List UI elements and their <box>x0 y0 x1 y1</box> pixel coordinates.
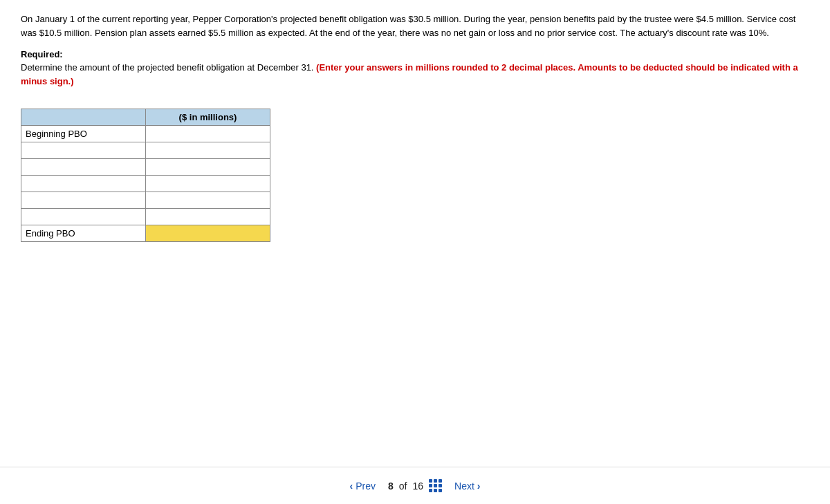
current-page: 8 <box>388 480 394 492</box>
grid-icon[interactable] <box>429 479 442 492</box>
table-row: Beginning PBO <box>21 126 270 142</box>
next-chevron-icon: › <box>477 480 481 492</box>
required-desc-plain: Determine the amount of the projected be… <box>21 62 316 73</box>
main-content: On January 1 of the current reporting ye… <box>0 0 830 299</box>
amount-col-header: ($ in millions) <box>146 109 270 126</box>
row-input-5[interactable] <box>150 212 266 222</box>
row-input-cell-2[interactable] <box>146 159 270 176</box>
prev-label: Prev <box>356 480 376 492</box>
bottom-navigation: ‹ Prev 8 of 16 Next › <box>0 467 830 504</box>
row-input-6[interactable] <box>150 228 266 239</box>
problem-text: On January 1 of the current reporting ye… <box>21 12 809 39</box>
row-input-cell-1[interactable] <box>146 142 270 159</box>
next-label: Next <box>454 480 474 492</box>
pbo-table: ($ in millions) Beginning PBOEnding PBO <box>21 109 270 242</box>
required-section: Required: Determine the amount of the pr… <box>21 49 809 88</box>
prev-button[interactable]: ‹ Prev <box>350 480 376 492</box>
label-col-header <box>21 109 146 126</box>
row-label-5 <box>21 209 146 225</box>
row-input-4[interactable] <box>150 195 266 205</box>
table-container: ($ in millions) Beginning PBOEnding PBO <box>21 109 270 242</box>
required-label: Required: <box>21 49 809 59</box>
row-input-cell-6[interactable] <box>146 225 270 242</box>
page-info: 8 of 16 <box>388 479 442 492</box>
row-input-cell-5[interactable] <box>146 209 270 225</box>
row-label-3 <box>21 176 146 192</box>
row-input-3[interactable] <box>150 178 266 189</box>
row-label-2 <box>21 159 146 176</box>
table-row: Ending PBO <box>21 225 270 242</box>
row-input-1[interactable] <box>150 145 266 156</box>
table-row <box>21 192 270 209</box>
prev-chevron-icon: ‹ <box>350 480 353 492</box>
row-input-cell-4[interactable] <box>146 192 270 209</box>
of-label: of <box>399 480 407 492</box>
row-input-2[interactable] <box>150 162 266 172</box>
next-button[interactable]: Next › <box>454 480 480 492</box>
total-pages: 16 <box>412 480 423 492</box>
row-label-0: Beginning PBO <box>21 126 146 142</box>
row-label-4 <box>21 192 146 209</box>
table-row <box>21 142 270 159</box>
table-row <box>21 176 270 192</box>
row-input-cell-0[interactable] <box>146 126 270 142</box>
table-row <box>21 159 270 176</box>
row-input-0[interactable] <box>150 129 266 139</box>
required-desc: Determine the amount of the projected be… <box>21 61 809 88</box>
table-row <box>21 209 270 225</box>
row-input-cell-3[interactable] <box>146 176 270 192</box>
row-label-6: Ending PBO <box>21 225 146 242</box>
row-label-1 <box>21 142 146 159</box>
